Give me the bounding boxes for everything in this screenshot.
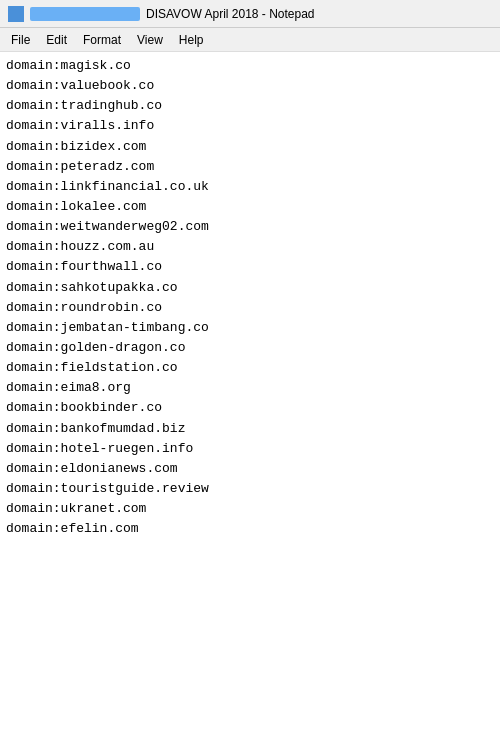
domain-line: domain:jembatan-timbang.co <box>6 318 494 338</box>
domain-line: domain:fourthwall.co <box>6 257 494 277</box>
domain-line: domain:bookbinder.co <box>6 398 494 418</box>
domain-line: domain:linkfinancial.co.uk <box>6 177 494 197</box>
menu-item-format[interactable]: Format <box>76 30 128 50</box>
domain-line: domain:touristguide.review <box>6 479 494 499</box>
menu-bar: FileEditFormatViewHelp <box>0 28 500 52</box>
title-bar: DISAVOW April 2018 - Notepad <box>0 0 500 28</box>
domain-line: domain:efelin.com <box>6 519 494 539</box>
domain-line: domain:ukranet.com <box>6 499 494 519</box>
menu-item-file[interactable]: File <box>4 30 37 50</box>
menu-item-edit[interactable]: Edit <box>39 30 74 50</box>
domain-line: domain:bizidex.com <box>6 137 494 157</box>
menu-item-view[interactable]: View <box>130 30 170 50</box>
domain-line: domain:viralls.info <box>6 116 494 136</box>
text-content-area[interactable]: domain:magisk.codomain:valuebook.codomai… <box>0 52 500 742</box>
domain-line: domain:valuebook.co <box>6 76 494 96</box>
domain-line: domain:tradinghub.co <box>6 96 494 116</box>
domain-line: domain:eldonianews.com <box>6 459 494 479</box>
domain-line: domain:eima8.org <box>6 378 494 398</box>
domain-line: domain:roundrobin.co <box>6 298 494 318</box>
domain-line: domain:weitwanderweg02.com <box>6 217 494 237</box>
domain-line: domain:peteradz.com <box>6 157 494 177</box>
domain-line: domain:lokalee.com <box>6 197 494 217</box>
window-title: DISAVOW April 2018 - Notepad <box>146 7 315 21</box>
domain-line: domain:golden-dragon.co <box>6 338 494 358</box>
domain-line: domain:magisk.co <box>6 56 494 76</box>
menu-item-help[interactable]: Help <box>172 30 211 50</box>
domain-line: domain:houzz.com.au <box>6 237 494 257</box>
domain-line: domain:fieldstation.co <box>6 358 494 378</box>
domain-line: domain:hotel-ruegen.info <box>6 439 494 459</box>
domain-line: domain:sahkotupakka.co <box>6 278 494 298</box>
url-bar-decoration <box>30 7 140 21</box>
app-icon <box>8 6 24 22</box>
domain-line: domain:bankofmumdad.biz <box>6 419 494 439</box>
